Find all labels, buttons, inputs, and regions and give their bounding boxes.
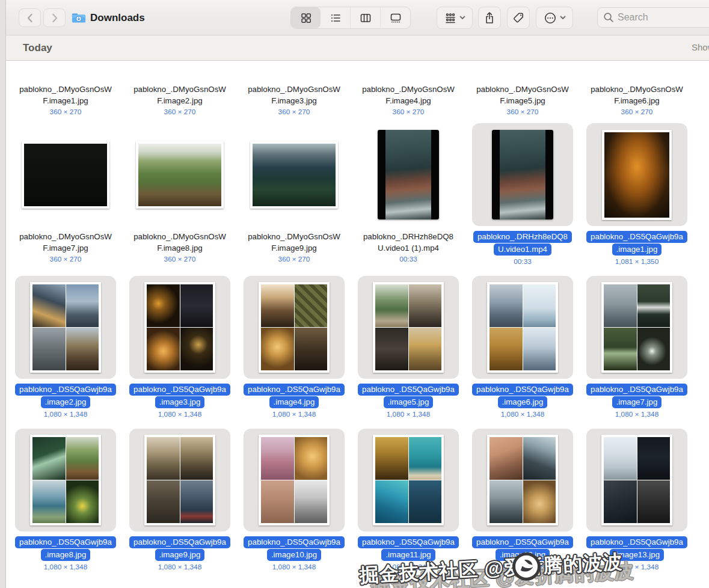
- selected-thumbnail-area: [129, 429, 230, 531]
- photo-frame: [601, 282, 672, 373]
- collage-quadrant: [523, 284, 556, 327]
- file-name-line: pablokno_.DMyoGsnOsW: [247, 84, 342, 94]
- group-by-button[interactable]: [437, 7, 473, 29]
- photo-frame: [250, 141, 338, 209]
- grid-view-icon: [300, 12, 312, 24]
- file-item[interactable]: pablokno_.DMyoGsnOsWF.image6.jpg360 × 27…: [580, 79, 694, 116]
- back-button[interactable]: [19, 8, 41, 27]
- file-name: pablokno_.DS5QaGwjb9a.image9.jpg: [129, 536, 230, 561]
- tags-button[interactable]: [507, 7, 530, 29]
- more-options-button[interactable]: [536, 7, 573, 29]
- chevron-left-icon: [26, 13, 34, 23]
- collage-quadrant: [261, 284, 294, 327]
- file-info: 360 × 270: [164, 108, 196, 116]
- search-input[interactable]: [618, 12, 702, 23]
- file-item[interactable]: pablokno_.DMyoGsnOsWF.image4.jpg360 × 27…: [351, 79, 465, 116]
- show-toggle-link[interactable]: Show: [692, 42, 709, 52]
- collage-thumbnail: [490, 284, 556, 370]
- view-mode-switcher: [290, 7, 411, 29]
- column-view-button[interactable]: [351, 7, 381, 28]
- icon-view-button[interactable]: [291, 7, 321, 28]
- file-item[interactable]: pablokno_.DRHzh8eDQ8U.video1.mp400:33: [465, 123, 580, 266]
- file-info: 1,080 × 1,348: [615, 410, 659, 418]
- file-name: pablokno_.DMyoGsnOsWF.image9.jpg: [247, 230, 342, 253]
- selected-thumbnail-area: [472, 276, 573, 379]
- file-name-line: pablokno_.DS5QaGwjb9a: [358, 384, 459, 396]
- collage-quadrant: [637, 437, 671, 480]
- collage-thumbnail: [375, 437, 441, 523]
- collage-quadrant: [490, 284, 523, 327]
- collage-quadrant: [295, 284, 328, 327]
- file-item[interactable]: pablokno_.DMyoGsnOsWF.image9.jpg360 × 27…: [237, 123, 351, 266]
- collage-quadrant: [523, 437, 556, 480]
- file-name-line: F.image8.jpg: [156, 243, 203, 253]
- collage-quadrant: [66, 437, 99, 480]
- file-name: pablokno_.DMyoGsnOsWF.image6.jpg: [589, 83, 684, 106]
- file-item[interactable]: pablokno_.DS5QaGwjb9a.image5.jpg1,080 × …: [351, 276, 465, 418]
- share-button[interactable]: [478, 7, 501, 29]
- forward-button[interactable]: [43, 8, 66, 27]
- gallery-view-button[interactable]: [381, 7, 410, 28]
- video-thumbnail: [492, 130, 553, 219]
- group-by-icon: [444, 12, 456, 24]
- file-item[interactable]: pablokno_.DS5QaGwjb9a.image13.jpg1,080 ×…: [580, 429, 694, 571]
- file-item[interactable]: pablokno_.DS5QaGwjb9a.image11.jpg1,080 ×…: [351, 429, 465, 571]
- file-item[interactable]: pablokno_.DRHzh8eDQ8U.video1 (1).mp400:3…: [351, 123, 465, 266]
- file-name-line: pablokno_.DS5QaGwjb9a: [472, 536, 573, 548]
- file-name: pablokno_.DS5QaGwjb9a.image6.jpg: [472, 383, 573, 408]
- selected-thumbnail-area: [358, 276, 459, 379]
- chevron-down-icon: [560, 16, 566, 20]
- file-name-line: pablokno_.DMyoGsnOsW: [589, 84, 684, 94]
- collage-quadrant: [147, 480, 180, 523]
- file-item[interactable]: pablokno_.DMyoGsnOsWF.image8.jpg360 × 27…: [123, 123, 237, 266]
- file-info: 1,081 × 1,350: [615, 257, 659, 266]
- file-info: 1,080 × 1,348: [501, 563, 545, 571]
- collage-quadrant: [375, 284, 408, 327]
- file-item[interactable]: pablokno_.DS5QaGwjb9a.image12.jpg1,080 ×…: [465, 429, 580, 571]
- file-item[interactable]: pablokno_.DS5QaGwjb9a.image3.jpg1,080 × …: [123, 276, 237, 418]
- file-name: pablokno_.DS5QaGwjb9a.image13.jpg: [586, 536, 687, 561]
- finder-toolbar: Downloads: [6, 0, 709, 35]
- file-name-line: pablokno_.DS5QaGwjb9a: [472, 384, 573, 396]
- file-item[interactable]: pablokno_.DS5QaGwjb9a.image7.jpg1,080 × …: [580, 276, 694, 418]
- chevron-down-icon: [459, 16, 465, 20]
- file-name: pablokno_.DS5QaGwjb9a.image12.jpg: [472, 536, 573, 561]
- file-item[interactable]: pablokno_.DS5QaGwjb9a.image1.jpg1,081 × …: [580, 123, 694, 266]
- file-item[interactable]: pablokno_.DS5QaGwjb9a.image9.jpg1,080 × …: [123, 429, 237, 571]
- file-info: 1,080 × 1,348: [44, 563, 88, 571]
- collage-quadrant: [32, 328, 66, 370]
- file-item[interactable]: pablokno_.DS5QaGwjb9a.image2.jpg1,080 × …: [8, 276, 123, 418]
- file-name-line: pablokno_.DS5QaGwjb9a: [15, 384, 116, 396]
- file-name-line: F.image4.jpg: [384, 96, 432, 106]
- collage-quadrant: [66, 480, 99, 523]
- file-item[interactable]: pablokno_.DMyoGsnOsWF.image5.jpg360 × 27…: [465, 79, 580, 116]
- collage-thumbnail: [147, 284, 213, 370]
- file-info: 1,080 × 1,348: [158, 410, 202, 418]
- window-title: Downloads: [90, 12, 145, 24]
- file-item[interactable]: pablokno_.DS5QaGwjb9a.image4.jpg1,080 × …: [237, 276, 351, 418]
- file-name-line: .image5.jpg: [384, 396, 434, 408]
- file-item[interactable]: pablokno_.DMyoGsnOsWF.image3.jpg360 × 27…: [237, 79, 351, 116]
- section-title: Today: [6, 42, 52, 54]
- file-name-line: pablokno_.DS5QaGwjb9a: [586, 231, 687, 243]
- file-name-line: pablokno_.DS5QaGwjb9a: [15, 536, 116, 548]
- file-item[interactable]: pablokno_.DS5QaGwjb9a.image6.jpg1,080 × …: [465, 276, 580, 418]
- file-item[interactable]: pablokno_.DMyoGsnOsWF.image1.jpg360 × 27…: [8, 79, 123, 116]
- file-name: pablokno_.DS5QaGwjb9a.image8.jpg: [15, 536, 116, 561]
- file-item[interactable]: pablokno_.DMyoGsnOsWF.image2.jpg360 × 27…: [123, 79, 237, 116]
- file-item[interactable]: pablokno_.DMyoGsnOsWF.image7.jpg360 × 27…: [8, 123, 123, 266]
- search-field[interactable]: [597, 7, 709, 28]
- photo-frame: [22, 141, 109, 209]
- collage-thumbnail: [261, 284, 327, 370]
- file-item[interactable]: pablokno_.DS5QaGwjb9a.image10.jpg1,080 ×…: [237, 429, 351, 571]
- file-name: pablokno_.DMyoGsnOsWF.image5.jpg: [475, 83, 570, 106]
- selected-thumbnail-area: [244, 276, 345, 379]
- selected-thumbnail-area: [129, 276, 230, 379]
- file-name-line: .image13.jpg: [610, 549, 664, 561]
- file-item[interactable]: pablokno_.DS5QaGwjb9a.image8.jpg1,080 × …: [8, 429, 123, 571]
- collage-quadrant: [32, 437, 66, 480]
- column-view-icon: [360, 12, 372, 24]
- list-view-button[interactable]: [321, 7, 351, 28]
- file-name-line: pablokno_.DS5QaGwjb9a: [244, 384, 345, 396]
- photo-frame: [144, 435, 215, 525]
